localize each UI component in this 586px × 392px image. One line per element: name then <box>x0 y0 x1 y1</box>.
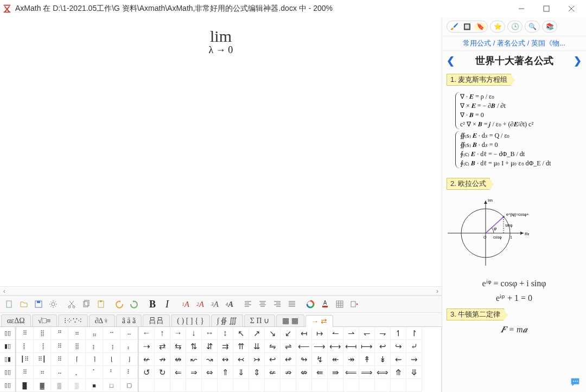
matrix-cell[interactable]: ⣿ <box>34 327 51 340</box>
matrix-cell[interactable]: ⠿ <box>16 366 34 379</box>
font-color-button[interactable]: A <box>318 298 332 311</box>
arrow-cell[interactable]: ⇒ <box>186 366 202 379</box>
arrow-cell[interactable]: ↼ <box>328 327 343 340</box>
arrow-cell[interactable]: ↑ <box>155 327 170 340</box>
euler-diagram[interactable]: Re Im φ e^{iφ}=cosφ+isinφ sinφ cosφ O 1 <box>442 192 586 276</box>
rtab-tag-icon[interactable]: 🔖 <box>474 23 486 30</box>
section-euler[interactable]: 2. 欧拉公式 <box>447 178 490 190</box>
arrow-cell[interactable]: ⇚ <box>312 366 328 379</box>
matrix-cell[interactable]: ⌊ <box>103 353 120 366</box>
tab-sum[interactable]: Σ Π ∪ <box>244 314 275 326</box>
arrow-cell[interactable]: ↭ <box>218 353 233 366</box>
insert-button[interactable] <box>347 298 361 311</box>
redo-button[interactable] <box>127 298 141 311</box>
maxwell-differential[interactable]: ∇ · 𝑬 = ρ / ε₀ ∇ × 𝑬 = − ∂𝑩 / ∂t ∇ · 𝑩 =… <box>442 88 586 175</box>
align-right-button[interactable] <box>270 298 284 311</box>
tab-matrix[interactable]: ▦ ▦ <box>276 314 304 326</box>
matrix-cell[interactable]: ▒ <box>51 379 68 392</box>
horizontal-scrollbar[interactable]: ‹ › <box>0 287 442 295</box>
arrow-cell[interactable]: ⇏ <box>281 366 296 379</box>
scroll-right-icon[interactable]: › <box>433 287 442 295</box>
arrow-cell[interactable]: ↻ <box>155 366 170 379</box>
align-center-button[interactable] <box>256 298 270 311</box>
arrow-cell[interactable]: ⇌ <box>281 340 296 353</box>
section-maxwell[interactable]: 1. 麦克斯韦方程组 <box>447 74 511 86</box>
color-wheel-button[interactable] <box>303 298 317 311</box>
matrix-cell[interactable]: ⠛ <box>51 327 68 340</box>
rtab-search-icon[interactable]: 🔍 <box>525 21 540 33</box>
arrow-cell[interactable]: ↤ <box>296 327 312 340</box>
arrow-cell[interactable]: ↘ <box>265 327 281 340</box>
matrix-cell[interactable]: ⢰ <box>103 340 120 353</box>
arrow-cell[interactable]: ↝ <box>202 353 218 366</box>
matrix-cell[interactable]: ⠁ <box>86 366 103 379</box>
tab-paren[interactable]: ( ) [ ] { } <box>171 314 210 326</box>
matrix-style-cell[interactable]: ▯▯ <box>0 366 15 379</box>
prev-page-button[interactable]: ❮ <box>447 55 455 67</box>
arrow-cell[interactable]: ↦ <box>312 327 328 340</box>
matrix-style-cell[interactable]: ▮▯ <box>0 340 15 353</box>
matrix-cell[interactable]: ⡆ <box>86 340 103 353</box>
arrow-cell[interactable]: ⇅ <box>186 340 202 353</box>
matrix-cell[interactable]: ⠿ <box>51 353 68 366</box>
arrow-cell[interactable]: ⇔ <box>202 366 218 379</box>
minimize-button[interactable] <box>509 1 534 17</box>
formula-display[interactable]: lim λ → 0 <box>209 28 233 56</box>
rtab-clock-icon[interactable]: 🕓 <box>507 21 523 33</box>
editor-canvas[interactable]: lim λ → 0 <box>0 17 442 287</box>
formula-library[interactable]: 1. 麦克斯韦方程组 ∇ · 𝑬 = ρ / ε₀ ∇ × 𝑬 = − ∂𝑩 /… <box>442 70 586 392</box>
arrow-cell[interactable]: ⇑ <box>218 366 233 379</box>
arrow-cell[interactable]: ↿ <box>391 327 406 340</box>
tab-arrows[interactable]: → ⇄ <box>305 315 334 327</box>
arrow-cell[interactable]: ↢ <box>233 353 249 366</box>
arrow-cell[interactable]: ↪ <box>391 340 406 353</box>
section-newton[interactable]: 3. 牛顿第二定律 <box>447 309 504 320</box>
arrow-cell[interactable]: ↣ <box>249 353 265 366</box>
align-justify-button[interactable] <box>285 298 299 311</box>
matrix-cell[interactable]: ⠶ <box>34 366 51 379</box>
arrow-cell[interactable]: ↗ <box>249 327 265 340</box>
arrow-cell[interactable]: ⟵ <box>296 340 312 353</box>
paste-button[interactable] <box>94 298 108 311</box>
matrix-cell[interactable]: ⌋ <box>120 353 138 366</box>
arrow-cell[interactable]: ↫ <box>281 353 296 366</box>
font-style-3[interactable]: 3A <box>208 298 222 311</box>
matrix-cell[interactable]: ┃⠿ <box>16 353 34 366</box>
arrow-cell[interactable]: ← <box>139 327 155 340</box>
undo-button[interactable] <box>112 298 126 311</box>
arrow-cell[interactable]: ⇐ <box>170 366 186 379</box>
matrix-cell[interactable]: ⢸ <box>34 340 51 353</box>
arrow-cell[interactable]: ⟼ <box>359 340 375 353</box>
arrow-cell[interactable]: ⇀ <box>343 327 359 340</box>
arrow-cell[interactable]: ⇢ <box>139 340 155 353</box>
arrow-cell[interactable]: ↛ <box>155 353 170 366</box>
matrix-cell[interactable]: ⠇ <box>120 366 138 379</box>
arrow-cell[interactable]: ⟻ <box>343 340 359 353</box>
arrow-cell[interactable]: ⇄ <box>155 340 170 353</box>
font-style-2[interactable]: 2A <box>193 298 207 311</box>
matrix-cell[interactable]: █ <box>16 379 34 392</box>
italic-button[interactable]: I <box>160 298 174 311</box>
arrow-cell[interactable]: ↩ <box>265 353 281 366</box>
open-button[interactable] <box>17 298 31 311</box>
tab-dots[interactable]: ⁝⁘∵⁖ <box>58 314 88 326</box>
matrix-style-cell[interactable]: ▯▮ <box>0 353 15 366</box>
arrow-cell[interactable]: ⟹ <box>359 366 375 379</box>
arrow-cell[interactable]: ⇛ <box>328 366 343 379</box>
arrow-cell[interactable]: ⇍ <box>265 366 281 379</box>
arrow-cell[interactable]: ↠ <box>343 353 359 366</box>
arrow-cell[interactable]: ↓ <box>186 327 202 340</box>
matrix-cell[interactable]: ⠤ <box>51 366 68 379</box>
breadcrumb-3[interactable]: 英国《物... <box>531 39 565 47</box>
arrow-cell[interactable]: ⇉ <box>218 340 233 353</box>
arrow-cell[interactable]: ↽ <box>359 327 375 340</box>
rtab-grid-icon[interactable]: 🔲 <box>461 23 473 30</box>
arrow-cell[interactable]: ⇁ <box>375 327 391 340</box>
matrix-cell[interactable]: ⠶ <box>68 327 86 340</box>
arrow-cell[interactable]: ↜ <box>186 353 202 366</box>
matrix-cell[interactable]: ░ <box>68 379 86 392</box>
tab-roots[interactable]: √□≡ <box>32 314 57 326</box>
close-button[interactable] <box>559 1 584 17</box>
arrow-cell[interactable]: ⇵ <box>202 340 218 353</box>
rtab-star-icon[interactable]: ⭐ <box>490 21 505 33</box>
